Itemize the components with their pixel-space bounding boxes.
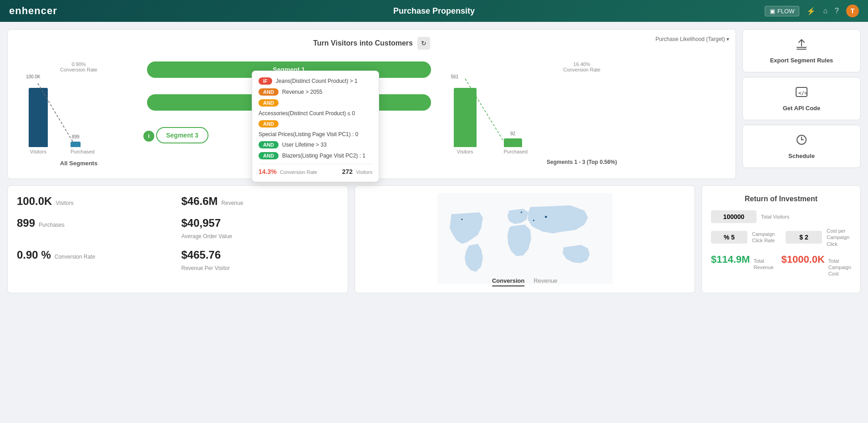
stat-conversion-value: 0.90 % bbox=[17, 249, 51, 261]
world-map bbox=[362, 193, 688, 284]
segment-buttons-area: Segment 1 Segment 2 i Segment 3 IF Jeans… bbox=[142, 57, 436, 148]
purchased-label: Purchased bbox=[71, 149, 81, 154]
bottom-section: 100.0K Visitors $46.6M Revenue 899 Purch… bbox=[7, 185, 861, 293]
svg-rect-3 bbox=[797, 49, 807, 50]
rule-conversion-group: 14.3% Conversion Rate bbox=[259, 168, 317, 175]
bar-label-100k: 100.0K bbox=[26, 74, 41, 79]
seg-purchased-x-label: Purchased bbox=[504, 149, 522, 154]
rule-footer: 14.3% Conversion Rate 272 Visitors bbox=[259, 164, 372, 175]
svg-point-9 bbox=[533, 219, 534, 221]
flow-button[interactable]: ▣ FLOW bbox=[765, 6, 800, 16]
seg-bar-label-561: 561 bbox=[451, 74, 459, 79]
roi-total-revenue: $114.9M Total Revenue bbox=[711, 254, 777, 277]
roi-title: Return of Investment bbox=[711, 195, 851, 203]
stat-conversion-label: Conversion Rate bbox=[55, 254, 95, 260]
rule-row-2: AND Accessories(Distinct Count Product) … bbox=[259, 99, 372, 117]
roi-input-cost-per-click: Cost per Campaign Click bbox=[786, 228, 851, 247]
click-rate-label: Campaign Click Rate bbox=[752, 231, 777, 244]
api-icon: </> bbox=[795, 86, 808, 101]
and-tag-4: AND bbox=[259, 141, 279, 148]
roi-input-click-rate: Campaign Click Rate bbox=[711, 228, 777, 247]
export-label: Export Segment Rules bbox=[770, 57, 833, 64]
svg-rect-2 bbox=[797, 47, 807, 48]
plugin-icon[interactable]: ⚡ bbox=[807, 7, 816, 15]
seg-visitors-x-label: Visitors bbox=[454, 149, 477, 154]
get-api-code-button[interactable]: </> Get API Code bbox=[742, 77, 861, 120]
total-revenue-label: Total Revenue bbox=[754, 258, 777, 271]
if-tag: IF bbox=[259, 77, 272, 85]
stat-rpv-value: $465.76 bbox=[181, 249, 221, 261]
flow-label: FLOW bbox=[777, 8, 795, 15]
svg-point-8 bbox=[545, 216, 547, 218]
total-revenue-value: $114.9M bbox=[711, 254, 750, 265]
stat-aov-label: Average Order Value bbox=[181, 233, 232, 240]
seg-dashed-line bbox=[445, 74, 720, 147]
visitors-bar bbox=[29, 88, 48, 147]
roi-input-total-visitors: Total Visitors bbox=[711, 210, 851, 223]
roi-card: Return of Investment Total Visitors Camp… bbox=[701, 185, 861, 293]
purchased-bar bbox=[71, 142, 81, 147]
stat-visitors-value: 100.0K bbox=[17, 195, 52, 208]
rule-text-2: Accessories(Distinct Count Product) ≤ 0 bbox=[259, 110, 355, 117]
and-tag-5: AND bbox=[259, 152, 279, 159]
cost-per-click-input[interactable] bbox=[786, 231, 822, 244]
svg-point-11 bbox=[461, 219, 462, 220]
click-rate-input[interactable] bbox=[711, 231, 747, 244]
rule-visitors-group: 272 Visitors bbox=[342, 168, 372, 175]
schedule-icon bbox=[795, 133, 808, 149]
stat-purchases-label: Purchases bbox=[39, 222, 65, 228]
total-visitors-input[interactable] bbox=[711, 210, 756, 223]
roi-campaign-cost: $1000.0K Total Campaign Cost bbox=[781, 254, 851, 277]
roi-inputs: Total Visitors Campaign Click Rate Cost … bbox=[711, 210, 851, 247]
stat-aov-value: $40,957 bbox=[181, 217, 221, 229]
segments-chart-right: 16.40% Conversion Rate 561 92 bbox=[436, 57, 729, 170]
app-header: enhencer Purchase Propensity ▣ FLOW ⚡ ⌂ … bbox=[0, 0, 868, 22]
info-icon[interactable]: i bbox=[143, 131, 154, 142]
stats-card: 100.0K Visitors $46.6M Revenue 899 Purch… bbox=[7, 185, 348, 293]
stat-revenue: $46.6M Revenue bbox=[181, 195, 338, 208]
and-tag-3: AND bbox=[259, 120, 279, 127]
card-title: Turn Visitors into Customers bbox=[313, 39, 413, 47]
page-title: Purchase Propensity bbox=[393, 6, 475, 16]
header-actions: ▣ FLOW ⚡ ⌂ ? T bbox=[765, 5, 859, 17]
target-dropdown[interactable]: Purchase Likelihood (Target) ▾ bbox=[655, 36, 729, 42]
total-visitors-label: Total Visitors bbox=[761, 214, 789, 220]
seg-visitors-bar bbox=[454, 88, 477, 147]
stat-rpv: $465.76 Revenue Per Visitor bbox=[181, 249, 338, 271]
rule-visitors-count: 272 bbox=[342, 168, 352, 175]
all-segments-chart-label: All Segments bbox=[20, 160, 138, 167]
roi-results: $114.9M Total Revenue $1000.0K Total Cam… bbox=[711, 254, 851, 277]
help-icon[interactable]: ? bbox=[835, 7, 839, 15]
seg-purchased-bar bbox=[504, 138, 522, 147]
stat-conversion: 0.90 % Conversion Rate bbox=[17, 249, 174, 271]
stat-revenue-value: $46.6M bbox=[181, 195, 218, 208]
stats-grid: 100.0K Visitors $46.6M Revenue 899 Purch… bbox=[17, 195, 339, 271]
top-section: Turn Visitors into Customers ↻ Purchase … bbox=[7, 29, 861, 179]
main-content: Turn Visitors into Customers ↻ Purchase … bbox=[0, 22, 868, 301]
home-icon[interactable]: ⌂ bbox=[823, 7, 827, 15]
schedule-button[interactable]: Schedule bbox=[742, 125, 861, 168]
segments-content: 0.90% Conversion Rate 100.0K 899 bbox=[15, 57, 728, 171]
svg-point-10 bbox=[521, 212, 522, 213]
stat-purchases: 899 Purchases bbox=[17, 217, 174, 240]
segment3-button[interactable]: Segment 3 bbox=[156, 127, 208, 143]
and-tag-2: AND bbox=[259, 99, 279, 107]
seg-conversion-value: 16.40% bbox=[574, 61, 590, 67]
rule-text-3: Special Prices(Listing Page Visit PC1) :… bbox=[259, 131, 358, 138]
rule-text-1: Revenue > 2055 bbox=[282, 89, 322, 95]
avatar[interactable]: T bbox=[846, 5, 859, 17]
tab-conversion[interactable]: Conversion bbox=[492, 277, 525, 286]
refresh-button[interactable]: ↻ bbox=[417, 37, 430, 50]
logo: enhencer bbox=[9, 5, 57, 17]
export-segment-rules-button[interactable]: Export Segment Rules bbox=[742, 29, 861, 72]
rule-text-0: Jeans(Distinct Count Product) > 1 bbox=[276, 78, 358, 84]
api-label: Get API Code bbox=[783, 105, 821, 112]
stat-purchases-value: 899 bbox=[17, 217, 35, 229]
stat-visitors: 100.0K Visitors bbox=[17, 195, 174, 208]
tab-revenue[interactable]: Revenue bbox=[533, 277, 557, 286]
seg-purchased-label: 92 bbox=[510, 131, 515, 136]
rule-row-3: AND Special Prices(Listing Page Visit PC… bbox=[259, 120, 372, 138]
actions-panel: Export Segment Rules </> Get API Code bbox=[742, 29, 861, 179]
map-tabs: Conversion Revenue bbox=[492, 277, 558, 286]
all-segments-conversion-value: 0.90% bbox=[71, 61, 86, 67]
